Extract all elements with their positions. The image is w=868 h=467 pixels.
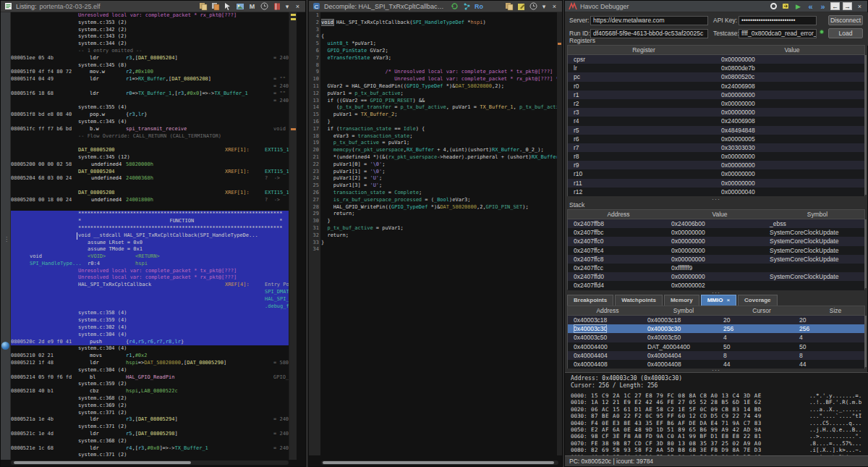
debugger-titlebar[interactable]: Havoc Debugger ▶ « » ← → ×: [565, 1, 867, 12]
register-row[interactable]: r100x00000000: [568, 169, 864, 178]
listing-row[interactable]: Unresolved local var: complete_packet * …: [1, 274, 289, 282]
register-row[interactable]: r110x00000000: [568, 179, 864, 188]
listing-row[interactable]: assume LRset = 0x0: [1, 240, 289, 247]
stack-row[interactable]: 0x2407ffbc0x00000000SystemCoreClockUpdat…: [568, 228, 864, 237]
decompile-line[interactable]: if ((GVar2 == GPIO_PIN_RESET) &&: [321, 98, 558, 105]
listing-row[interactable]: 080051f4 04 49ldrr1=>RX_Buffer,[DAT_0800…: [1, 76, 289, 83]
decompile-line[interactable]: return;: [321, 211, 558, 218]
listing-row[interactable]: system.c:368 (2): [1, 395, 289, 403]
decompile-line[interactable]: HAL_GPIO_WritePin((GPIO_TypeDef *)&DAT_5…: [321, 204, 558, 211]
hex-row[interactable]: 0060:98 CF 3E F8 A8 FD 9A C0 A1 99 BF D1…: [565, 433, 868, 439]
register-row[interactable]: r00x24006908: [568, 82, 864, 91]
hex-row[interactable]: 0080:82 69 5B 93 58 F2 AA 5D B8 6B 3E FB…: [565, 447, 868, 453]
decompile-horizontal-scrollbar[interactable]: [321, 460, 558, 465]
listing-row[interactable]: DAT_08005204XREF[1]:EXTI15_10_: [1, 169, 289, 176]
listing-row[interactable]: system.c:304 (4): [1, 367, 289, 374]
stack-row[interactable]: 0x2407ffcc0xfffffff9: [568, 264, 864, 272]
decompile-vertical-scrollbar[interactable]: [557, 12, 562, 455]
listing-row[interactable]: Unresolved local var: complete_packet * …: [1, 12, 289, 20]
listing-row[interactable]: system.c:359 (4): [1, 317, 289, 324]
decompile-line[interactable]: *(undefined4 *)(&(rx_pkt_userspace->head…: [321, 154, 558, 161]
listing-row[interactable]: HAL_SPI_I: [1, 296, 289, 303]
decompile-line[interactable]: [321, 27, 558, 34]
decompile-line[interactable]: eVar3 = transaction_state;: [321, 133, 558, 140]
hex-row[interactable]: 0010:1A 12 21 E9 E2 42 46 FE 27 05 52 28…: [565, 399, 868, 405]
hex-row[interactable]: 0070:FE 38 9B 87 CD CF 3D 80 13 08 35 37…: [565, 440, 868, 447]
decompile-titlebar[interactable]: C Decompile: HAL_SPI_TxRxCpltCallback - …: [309, 1, 562, 12]
decompile-line[interactable]: p_tx_buf_active = puVar1;: [321, 140, 558, 147]
listing-row[interactable]: system.c:371 (2): [1, 452, 289, 459]
function-graph-icon[interactable]: [462, 2, 472, 11]
stack-table-header[interactable]: Address Value Symbol: [568, 210, 864, 219]
listing-row[interactable]: 080051ee 05 4bldrr3,[DAT_08005204]= 2400: [1, 55, 289, 62]
listing-row[interactable]: system.c:371 (2): [1, 424, 289, 431]
decompile-line[interactable]: [321, 12, 558, 20]
decompile-code[interactable]: void HAL_SPI_TxRxCpltCallback(SPI_Handle…: [321, 12, 558, 455]
listing-row[interactable]: 0800520c 2d e9 f0 41push{r4,r5,r6,r7,r8,…: [1, 339, 289, 346]
decompile-line[interactable]: puVar1[2] = 'U';: [321, 175, 558, 182]
gutter-grip-icon[interactable]: ⋮: [4, 238, 9, 241]
decompile-line[interactable]: return;: [321, 232, 558, 240]
listing-vertical-scrollbar[interactable]: [289, 12, 297, 460]
register-row[interactable]: r50x48494848: [568, 126, 864, 135]
decompile-line[interactable]: Unresolved local var: complete_packet * …: [321, 76, 558, 83]
listing-row[interactable]: 08005204 68 03 00 24undefined424000368h?…: [1, 175, 289, 182]
listing-row[interactable]: 08005200 00 00 02 58undefined458020000h: [1, 161, 289, 169]
mmio-row[interactable]: 0x40004400DAT_400044005050: [568, 342, 864, 351]
listing-row[interactable]: system.c:371 (2): [1, 410, 289, 417]
listing-row[interactable]: SPI_DMATr: [1, 289, 289, 296]
decompile-line[interactable]: puVar1[0] = '\0';: [321, 161, 558, 169]
listing-row[interactable]: * FUNCTION *: [1, 218, 289, 225]
listing-row[interactable]: system.c:345 (4): [1, 119, 289, 126]
scrollbar-thumb[interactable]: [14, 461, 191, 464]
listing-row[interactable]: -- 1 entry omitted --: [1, 48, 289, 55]
listing-row[interactable]: = 2400: [1, 83, 289, 91]
listing-content[interactable]: Unresolved local var: complete_packet * …: [1, 12, 289, 460]
listing-row[interactable]: system.c:304 (4): [1, 332, 289, 339]
hex-row[interactable]: 0000:15 C9 2A 1C 27 E8 79 FC 08 8A C8 A0…: [565, 392, 868, 399]
decompile-line[interactable]: {: [321, 33, 558, 41]
listing-row[interactable]: system.c:368 (2): [1, 438, 289, 445]
load-button[interactable]: Load: [828, 28, 863, 38]
clock-icon[interactable]: [529, 2, 538, 11]
listing-row[interactable]: system.c:304 (4): [1, 345, 289, 353]
listing-row[interactable]: .debug_fr: [1, 303, 289, 311]
listing-row[interactable]: system.c:344 (2): [1, 41, 289, 48]
mmio-row[interactable]: 0x400044040x4000440488: [568, 351, 864, 360]
hex-row[interactable]: 0050:E2 AF 6A 0E 48 9D 1D 51 89 65 B6 99…: [565, 426, 868, 433]
stack-section-label[interactable]: Stack: [569, 201, 584, 209]
listing-row[interactable]: system.c:343 (2): [1, 33, 289, 41]
decompile-line[interactable]: (p_tx_buf_transfer = p_tx_buf_active, pu…: [321, 104, 558, 112]
book-icon[interactable]: [272, 2, 281, 11]
testcase-input[interactable]: ffff_0x800dca0_read_error_r: [739, 29, 817, 38]
listing-row[interactable]: void __stdcall HAL_SPI_TxRxCpltCallback(…: [1, 232, 289, 240]
hex-row[interactable]: 0020:06 AC 15 61 D1 AE 58 C2 1E 5F 0C 09…: [565, 406, 868, 413]
listing-close-icon[interactable]: ×: [293, 2, 302, 11]
cursor-arrow-icon[interactable]: [223, 2, 232, 11]
listing-row[interactable]: 08005214 05 f0 f6 fdblHAL_GPIO_ReadPinGP…: [1, 374, 289, 382]
listing-row[interactable]: [1, 140, 289, 147]
listing-row[interactable]: system.c:358 (4): [1, 310, 289, 317]
decompile-line[interactable]: memcpy(rx_pkt_userspace,RX_Buffer + 4,(u…: [321, 147, 558, 154]
paste-icon[interactable]: [210, 2, 220, 11]
scrollbar-thumb[interactable]: [323, 461, 554, 464]
register-row[interactable]: r90x00000000: [568, 161, 864, 169]
decompile-line[interactable]: /* Unresolved local var: complete_packet…: [321, 69, 558, 76]
memory-map-icon[interactable]: M: [247, 2, 257, 11]
hex-row[interactable]: 0030:87 BE A0 22 F2 0C 95 FF 60 12 CD D5…: [565, 413, 868, 419]
listing-row[interactable]: 080051fc ff f7 b6 bdb.wspi_transmit_rece…: [1, 126, 289, 133]
hex-row[interactable]: 0040:F4 0E E3 8E 43 35 EF B6 AF DE DA E4…: [565, 420, 868, 426]
listing-row[interactable]: system.c:342 (2): [1, 27, 289, 34]
rewind-icon[interactable]: «: [806, 2, 815, 11]
listing-row[interactable]: system.c:359 (2): [1, 381, 289, 388]
apikey-input[interactable]: •••••••••••••••••••••••••: [739, 16, 817, 25]
listing-titlebar[interactable]: Listing: portenta-02-03-25.elf M ▾ ×: [1, 1, 305, 12]
tab-close-icon[interactable]: ×: [726, 297, 730, 303]
listing-row[interactable]: 08005208 00 18 00 24undefined424001800h?…: [1, 197, 289, 204]
stack-row[interactable]: 0x2407ffc80x00000000SystemCoreClockUpdat…: [568, 255, 864, 264]
stack-row[interactable]: 0x2407ffd00x00000000SystemCoreClockUpdat…: [568, 272, 864, 281]
tab-coverage[interactable]: Coverage: [738, 295, 777, 306]
listing-row[interactable]: system.c:369 (2): [1, 403, 289, 410]
mmio-row[interactable]: 0x40003c180x40003c182020: [568, 316, 864, 324]
tab-watchpoints[interactable]: Watchpoints: [615, 295, 663, 306]
